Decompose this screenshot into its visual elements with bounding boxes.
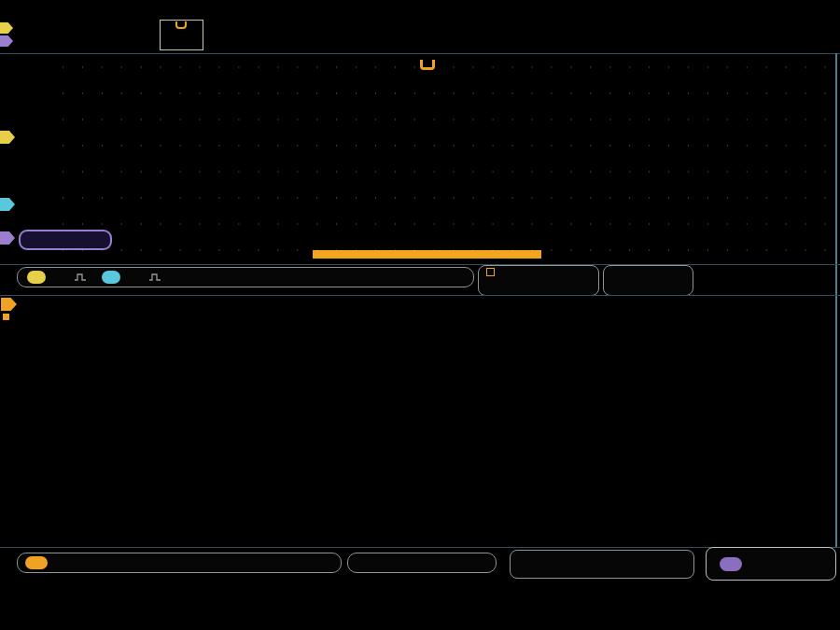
ch2-position-badge[interactable] [0,198,15,211]
bus-position-badge[interactable] [0,231,15,245]
rf-span-readout[interactable] [510,550,694,579]
overview-bus-badge[interactable] [0,35,13,47]
bus-source-readout[interactable] [706,547,836,581]
zoom-scale-icon [486,268,495,276]
ch1-coupling-icon [74,273,87,282]
ch1-scale-pill [27,271,46,284]
ch1-position-badge[interactable] [0,131,15,144]
expansion-point-marker-icon [420,60,435,70]
right-edge-border [835,53,837,547]
ch2-coupling-icon [148,273,161,282]
overview-expansion-marker-icon [175,21,187,29]
bus-name-pill[interactable] [19,230,112,250]
search-mark-bar [313,250,541,259]
acquisition-readout[interactable] [603,265,693,296]
rf-center-freq-readout[interactable] [347,553,497,573]
bus1-pill [720,557,742,571]
ch2-scale-pill [102,271,120,284]
overview-ch1-badge[interactable] [0,22,13,34]
zoom-timebase-readout[interactable] [478,265,599,296]
bus-decode-values [124,230,740,246]
vertical-scale-readout[interactable] [17,267,474,287]
rf-position-badge[interactable] [1,298,17,311]
rf-level-readout[interactable] [17,553,342,573]
readout-divider [0,264,840,265]
rf-marker-icon [3,314,9,320]
oscilloscope-screen [0,0,840,630]
rf-readout-pill [25,556,48,569]
spectrum-divider-top [0,295,840,296]
